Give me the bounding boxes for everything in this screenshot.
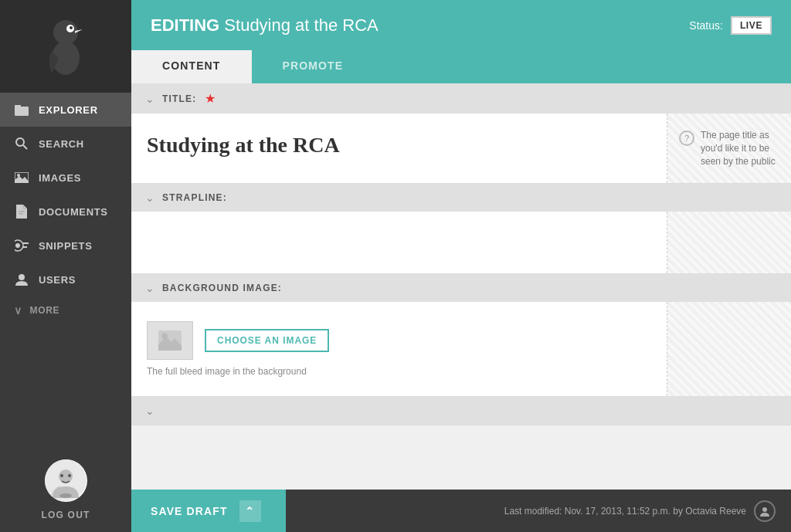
title-label: TITLE: (162, 93, 197, 104)
strapline-chevron-icon: ⌄ (145, 191, 154, 204)
svg-rect-16 (22, 242, 29, 244)
status-label: Status: (689, 19, 723, 32)
user-avatar-image (45, 459, 87, 502)
sidebar-navigation: Explorer Search Images (0, 93, 131, 448)
svg-point-18 (19, 274, 25, 280)
user-circle-icon (759, 505, 771, 517)
svg-point-3 (70, 26, 73, 29)
sidebar-item-images-label: Images (39, 172, 81, 184)
svg-point-26 (161, 333, 168, 339)
strapline-label: STRAPLINE: (162, 192, 227, 203)
sidebar-item-users-label: Users (39, 274, 76, 286)
sidebar-item-explorer[interactable]: Explorer (0, 93, 131, 127)
chevron-up-icon: ⌃ (239, 500, 261, 522)
sidebar-item-documents[interactable]: Documents (0, 195, 131, 229)
extra-chevron-icon: ⌄ (145, 405, 154, 417)
sidebar-more-label: More (30, 305, 59, 316)
footer-bar: SAVE DRAFT ⌃ Last modified: Nov. 17, 201… (131, 490, 791, 532)
status-area: Status: LIVE (689, 16, 772, 35)
svg-rect-17 (22, 246, 27, 248)
title-chevron-icon: ⌄ (145, 93, 154, 105)
background-image-field-header[interactable]: ⌄ BACKGROUND IMAGE: (131, 274, 791, 302)
image-controls: CHOOSE AN IMAGE (147, 321, 651, 360)
sidebar-item-images[interactable]: Images (0, 161, 131, 195)
extra-field-section: ⌄ (131, 397, 791, 425)
background-image-chevron-icon: ⌄ (145, 282, 154, 294)
svg-point-27 (762, 507, 767, 512)
strapline-help-area (667, 212, 791, 273)
sidebar-item-documents-label: Documents (39, 206, 108, 218)
save-draft-button[interactable]: SAVE DRAFT ⌃ (131, 490, 286, 532)
sidebar-item-snippets[interactable]: Snippets (0, 229, 131, 263)
background-image-help-text: The full bleed image in the background (147, 366, 651, 377)
sidebar: Explorer Search Images (0, 0, 131, 532)
title-input-area: Studying at the RCA (131, 114, 667, 183)
images-icon (14, 170, 29, 185)
svg-point-21 (60, 474, 63, 477)
svg-point-7 (16, 138, 24, 146)
page-title: EDITING Studying at the RCA (151, 15, 379, 36)
folder-icon (14, 102, 29, 117)
main-content: EDITING Studying at the RCA Status: LIVE… (131, 0, 791, 532)
image-preview (147, 321, 193, 360)
background-image-field-section: ⌄ BACKGROUND IMAGE: CHOOSE AN IMAGE (131, 274, 791, 397)
bird-logo-icon (42, 15, 89, 77)
search-icon (14, 136, 29, 151)
tab-promote[interactable]: Promote (252, 50, 375, 83)
title-help-text: The page title as you'd like it to be se… (701, 129, 779, 168)
title-required-star: ★ (205, 91, 216, 106)
logout-button[interactable]: Log Out (41, 510, 90, 520)
footer-user-icon[interactable] (754, 500, 776, 522)
extra-field-header[interactable]: ⌄ (131, 397, 791, 425)
sidebar-item-more[interactable]: ∨ More (0, 296, 131, 324)
title-help-area: ? The page title as you'd like it to be … (667, 114, 791, 183)
content-area: ⌄ TITLE: ★ Studying at the RCA ? The pag… (131, 83, 791, 490)
svg-point-22 (68, 474, 71, 477)
footer-meta: Last modified: Nov. 17, 2013, 11:52 p.m.… (504, 500, 791, 522)
sidebar-item-search-label: Search (39, 138, 84, 150)
svg-point-1 (53, 20, 78, 45)
svg-rect-12 (19, 211, 25, 212)
tab-content[interactable]: Content (131, 50, 252, 83)
tab-bar: Content Promote (131, 50, 791, 83)
strapline-field-section: ⌄ STRAPLINE: (131, 184, 791, 274)
sidebar-bottom: Log Out (0, 448, 131, 532)
strapline-input-area[interactable] (131, 212, 667, 273)
avatar[interactable] (45, 459, 87, 502)
svg-point-10 (17, 174, 20, 177)
users-icon (14, 272, 29, 287)
page-name: Studying at the RCA (224, 15, 378, 35)
document-icon (14, 204, 29, 219)
background-image-help-area (667, 302, 791, 396)
save-draft-label: SAVE DRAFT (151, 505, 228, 517)
background-image-label: BACKGROUND IMAGE: (162, 283, 282, 293)
page-header: EDITING Studying at the RCA Status: LIVE (131, 0, 791, 50)
svg-point-23 (59, 493, 72, 498)
image-placeholder-icon (158, 330, 182, 351)
title-field-section: ⌄ TITLE: ★ Studying at the RCA ? The pag… (131, 83, 791, 184)
snippets-icon (14, 238, 29, 253)
sidebar-item-search[interactable]: Search (0, 127, 131, 161)
last-modified-text: Last modified: Nov. 17, 2013, 11:52 p.m.… (504, 506, 746, 517)
help-icon: ? (679, 130, 694, 146)
sidebar-item-users[interactable]: Users (0, 263, 131, 296)
svg-marker-11 (15, 176, 29, 183)
sidebar-item-snippets-label: Snippets (39, 240, 93, 252)
background-image-input-area: CHOOSE AN IMAGE The full bleed image in … (131, 302, 667, 396)
title-field-header[interactable]: ⌄ TITLE: ★ (131, 83, 791, 114)
svg-rect-13 (19, 213, 23, 215)
strapline-field-header[interactable]: ⌄ STRAPLINE: (131, 184, 791, 212)
choose-image-button[interactable]: CHOOSE AN IMAGE (205, 329, 329, 352)
status-badge: LIVE (731, 16, 772, 35)
title-field-body: Studying at the RCA ? The page title as … (131, 114, 791, 183)
background-image-field-body: CHOOSE AN IMAGE The full bleed image in … (131, 302, 791, 396)
sidebar-item-explorer-label: Explorer (39, 104, 98, 116)
svg-point-15 (15, 243, 20, 248)
svg-line-8 (23, 145, 27, 149)
title-value[interactable]: Studying at the RCA (147, 133, 651, 158)
svg-rect-6 (15, 105, 21, 108)
sidebar-logo (0, 0, 131, 93)
strapline-field-body (131, 212, 791, 273)
editing-label: EDITING (151, 15, 219, 35)
